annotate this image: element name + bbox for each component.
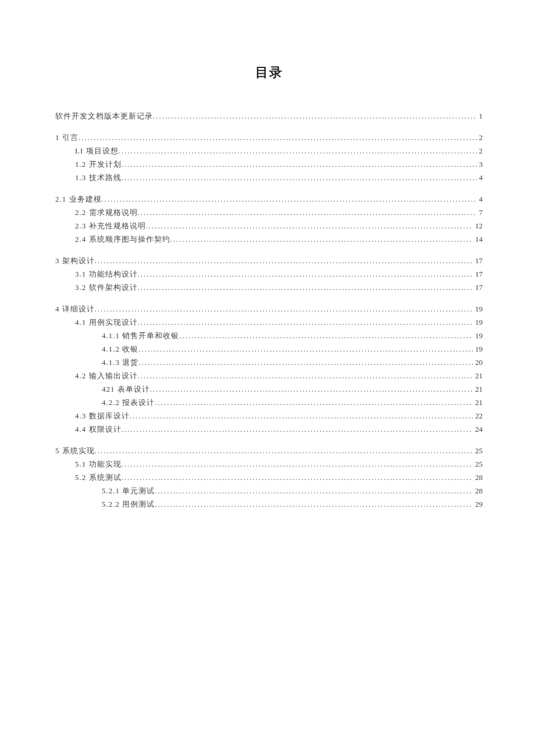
- toc-entry-label: 4.1.3 退货: [102, 356, 138, 369]
- toc-entry-page: 20: [473, 356, 483, 369]
- toc-entry: 4.1 用例实现设计 19: [55, 316, 483, 329]
- toc-leader-dots: [102, 192, 477, 206]
- toc-leader-dots: [179, 329, 473, 342]
- toc-leader-dots: [95, 254, 473, 267]
- toc-leader-dots: [138, 267, 473, 281]
- toc-entry: 2.1 业务建模 4: [55, 192, 483, 206]
- toc-leader-dots: [130, 409, 473, 422]
- toc-entry-label: 5.2 系统测试: [75, 471, 122, 484]
- toc-entry-page: 19: [473, 342, 483, 356]
- toc-entry-label: 4.2.2 报表设计: [102, 396, 155, 409]
- toc-entry: 软件开发文档版本更新记录 1: [55, 109, 483, 123]
- toc-leader-dots: [155, 497, 473, 511]
- toc-entry-page: 4: [477, 171, 483, 184]
- toc-leader-dots: [150, 382, 473, 396]
- table-of-contents: 软件开发文档版本更新记录 11 引言2LI 项目设想21.2 开发计划31.3 …: [55, 109, 483, 511]
- toc-entry-page: 19: [473, 302, 483, 316]
- toc-entry-label: 4.1 用例实现设计: [75, 316, 138, 329]
- toc-entry-label: 2.1 业务建模: [55, 192, 102, 206]
- toc-entry-label: 4.1.1 销售开单和收银: [102, 329, 179, 342]
- toc-entry: 5 系统实现 25: [55, 444, 483, 457]
- toc-entry-label: 5.1 功能实现: [75, 457, 122, 471]
- toc-entry-label: 2.2 需求规格说明: [75, 206, 138, 219]
- toc-entry-page: 7: [477, 206, 483, 219]
- toc-leader-dots: [122, 171, 477, 184]
- toc-entry-page: 21: [473, 396, 483, 409]
- toc-entry-page: 17: [473, 267, 483, 281]
- toc-entry-label: 1.3 技术路线: [75, 171, 122, 184]
- toc-leader-dots: [138, 316, 473, 329]
- toc-entry: 2.4 系统顺序图与操作契约 14: [55, 232, 483, 246]
- toc-entry-page: 29: [473, 497, 483, 511]
- toc-entry-label: 1 引言: [55, 131, 79, 144]
- toc-entry: 4.3 数据库设计 22: [55, 409, 483, 422]
- toc-entry-page: 28: [473, 471, 483, 484]
- toc-leader-dots: [138, 369, 473, 382]
- toc-leader-dots: [122, 157, 477, 171]
- toc-entry-page: 28: [473, 484, 483, 497]
- toc-leader-dots: [122, 457, 473, 471]
- toc-entry: 5.2 系统测试 28: [55, 471, 483, 484]
- toc-leader-dots: [95, 444, 473, 457]
- document-page: 目录 软件开发文档版本更新记录 11 引言2LI 项目设想21.2 开发计划31…: [0, 0, 535, 756]
- toc-entry-page: 21: [473, 369, 483, 382]
- toc-entry: 2.2 需求规格说明 7: [55, 206, 483, 219]
- toc-entry: 5.2.1 单元测试 28: [55, 484, 483, 497]
- toc-entry-page: 25: [473, 444, 483, 457]
- toc-entry-page: 2: [477, 144, 483, 157]
- toc-entry: 4.4 权限设计 24: [55, 422, 483, 436]
- toc-entry-page: 1: [477, 109, 483, 123]
- toc-entry-page: 17: [473, 254, 483, 267]
- toc-entry-page: 17: [473, 281, 483, 294]
- toc-entry-label: 3.2 软件架构设计: [75, 281, 138, 294]
- toc-entry-page: 4: [477, 192, 483, 206]
- toc-entry-label: 软件开发文档版本更新记录: [55, 109, 153, 123]
- toc-entry: 5.1 功能实现 25: [55, 457, 483, 471]
- toc-entry-label: 1.2 开发计划: [75, 157, 122, 171]
- toc-entry-label: 4.2 输入输出设计: [75, 369, 138, 382]
- toc-group: 3 架构设计 173.1 功能结构设计 173.2 软件架构设计 17: [55, 254, 483, 294]
- toc-entry-page: 2: [477, 131, 483, 144]
- toc-group: 4 详细设计 194.1 用例实现设计 194.1.1 销售开单和收银 194.…: [55, 302, 483, 436]
- toc-leader-dots: [146, 219, 473, 232]
- toc-entry: 4.2 输入输出设计 21: [55, 369, 483, 382]
- toc-entry-label: 5.2.1 单元测试: [102, 484, 155, 497]
- toc-entry-label: 3.1 功能结构设计: [75, 267, 138, 281]
- toc-entry-label: 4.1.2 收银: [102, 342, 138, 356]
- toc-entry: 1.3 技术路线4: [55, 171, 483, 184]
- toc-leader-dots: [138, 206, 477, 219]
- toc-entry: 3 架构设计 17: [55, 254, 483, 267]
- toc-leader-dots: [138, 342, 473, 356]
- toc-entry: 4.1.2 收银 19: [55, 342, 483, 356]
- toc-group: 2.1 业务建模 42.2 需求规格说明 72.3 补充性规格说明 122.4 …: [55, 192, 483, 246]
- toc-entry-label: 421 表单设计: [102, 382, 150, 396]
- toc-entry-label: 2.4 系统顺序图与操作契约: [75, 232, 170, 246]
- toc-leader-dots: [95, 302, 473, 316]
- toc-entry-label: LI 项目设想: [75, 144, 119, 157]
- toc-entry-page: 14: [473, 232, 483, 246]
- toc-entry: 2.3 补充性规格说明 12: [55, 219, 483, 232]
- toc-leader-dots: [138, 356, 473, 369]
- toc-entry-page: 24: [473, 422, 483, 436]
- toc-entry: 3.1 功能结构设计 17: [55, 267, 483, 281]
- toc-leader-dots: [122, 471, 473, 484]
- toc-leader-dots: [138, 281, 473, 294]
- toc-leader-dots: [170, 232, 473, 246]
- toc-entry-label: 3 架构设计: [55, 254, 95, 267]
- toc-entry: 3.2 软件架构设计 17: [55, 281, 483, 294]
- toc-entry-page: 22: [473, 409, 483, 422]
- toc-leader-dots: [155, 484, 473, 497]
- toc-entry: 4 详细设计 19: [55, 302, 483, 316]
- toc-entry: 4.2.2 报表设计 21: [55, 396, 483, 409]
- toc-entry-page: 25: [473, 457, 483, 471]
- toc-entry-label: 4 详细设计: [55, 302, 95, 316]
- toc-leader-dots: [122, 422, 473, 436]
- toc-entry: LI 项目设想2: [55, 144, 483, 157]
- toc-entry-label: 4.3 数据库设计: [75, 409, 130, 422]
- toc-group: 5 系统实现 255.1 功能实现 255.2 系统测试 285.2.1 单元测…: [55, 444, 483, 511]
- toc-entry-page: 21: [473, 382, 483, 396]
- toc-leader-dots: [153, 109, 477, 123]
- toc-entry-label: 2.3 补充性规格说明: [75, 219, 146, 232]
- toc-entry-page: 19: [473, 316, 483, 329]
- toc-leader-dots: [79, 131, 477, 144]
